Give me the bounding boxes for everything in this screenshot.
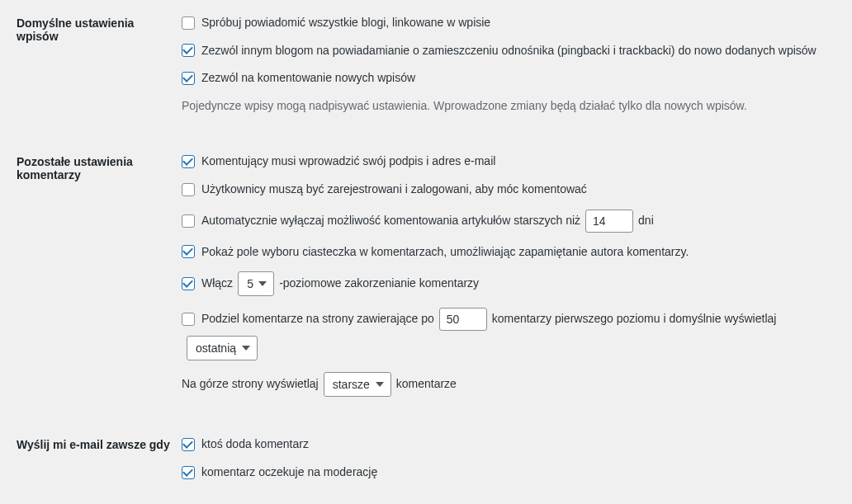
description-default-post: Pojedyncze wpisy mogą nadpisywać ustawie… xyxy=(182,98,844,115)
checkbox-cookie-optin[interactable] xyxy=(182,245,195,258)
checkbox-email-moderation[interactable] xyxy=(182,466,195,479)
input-per-page[interactable] xyxy=(439,308,487,331)
label-email-new-comment[interactable]: ktoś doda komentarz xyxy=(201,436,309,453)
section-label-email-me: Wyślij mi e-mail zawsze gdy xyxy=(0,422,182,504)
label-require-registration[interactable]: Użytkownicy muszą być zarejestrowani i z… xyxy=(201,181,587,198)
checkbox-allow-comments[interactable] xyxy=(182,72,195,85)
label-cookie-optin[interactable]: Pokaż pole wyboru ciasteczka w komentarz… xyxy=(201,244,689,261)
section-label-other-comment: Pozostałe ustawienia komentarzy xyxy=(0,139,182,422)
checkbox-allow-pingback[interactable] xyxy=(182,44,195,57)
label-threaded-post: -poziomowe zakorzenianie komentarzy xyxy=(279,276,479,292)
select-thread-depth[interactable]: 5 xyxy=(238,271,274,296)
label-paginate-mid: komentarzy pierwszego poziomu i domyślni… xyxy=(492,311,777,327)
label-threaded-pre[interactable]: Włącz xyxy=(201,276,233,292)
input-close-days[interactable] xyxy=(585,210,633,233)
label-close-old-pre[interactable]: Automatycznie wyłączaj możliwość komento… xyxy=(201,213,580,229)
label-require-name-email[interactable]: Komentujący musi wprowadzić swój podpis … xyxy=(201,153,495,170)
checkbox-close-old-comments[interactable] xyxy=(182,214,195,228)
checkbox-require-name-email[interactable] xyxy=(182,155,195,168)
section-label-default-post: Domyślne ustawienia wpisów xyxy=(0,0,182,139)
select-default-page[interactable]: ostatnią xyxy=(187,336,258,360)
select-comment-order[interactable]: starsze xyxy=(324,372,391,397)
checkbox-paginate[interactable] xyxy=(182,313,195,326)
label-order-pre: Na górze strony wyświetlaj xyxy=(182,376,319,393)
checkbox-ping-blogs[interactable] xyxy=(182,16,195,30)
label-allow-comments[interactable]: Zezwól na komentowanie nowych wpisów xyxy=(201,70,415,87)
label-ping-blogs[interactable]: Spróbuj powiadomić wszystkie blogi, link… xyxy=(201,15,490,31)
checkbox-threaded[interactable] xyxy=(182,277,195,290)
checkbox-require-registration[interactable] xyxy=(182,183,195,196)
label-allow-pingback[interactable]: Zezwól innym blogom na powiadamianie o z… xyxy=(201,43,816,59)
label-email-moderation[interactable]: komentarz oczekuje na moderację xyxy=(201,464,377,481)
checkbox-email-new-comment[interactable] xyxy=(182,438,195,451)
label-order-post: komentarze xyxy=(396,376,457,393)
label-paginate-pre[interactable]: Podziel komentarze na strony zawierające… xyxy=(201,311,434,327)
label-close-old-post: dni xyxy=(638,213,654,229)
